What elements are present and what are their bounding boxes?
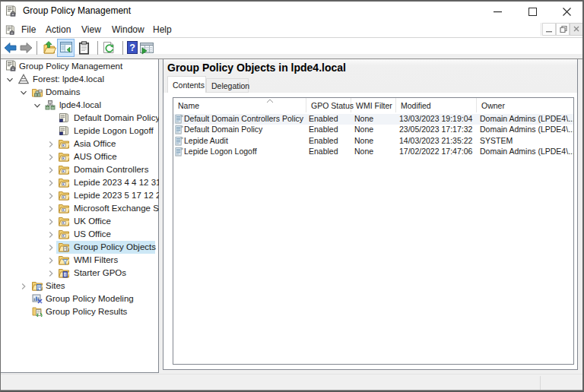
svg-text:?: ? [129,43,135,53]
